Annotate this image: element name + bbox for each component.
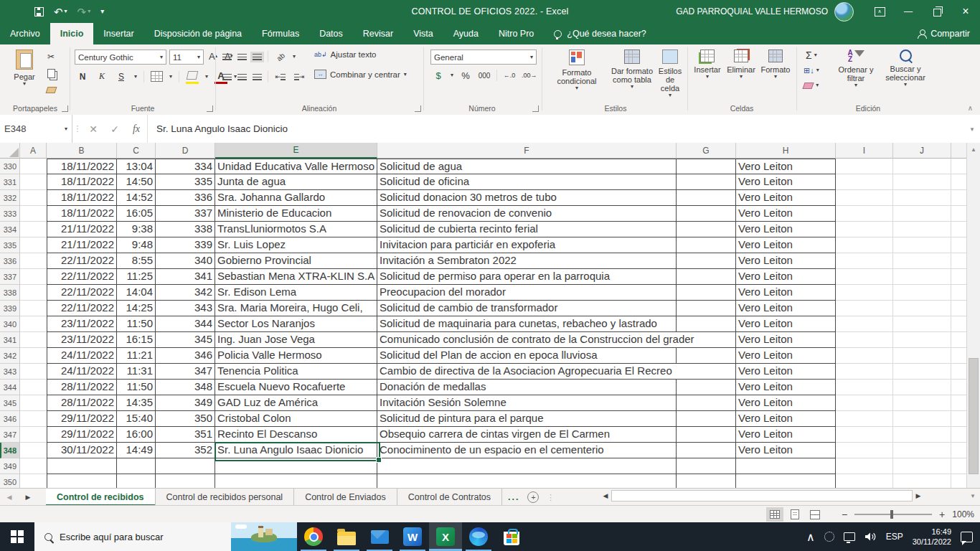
cell-e333[interactable]: Ministerio de Educacion [215, 206, 377, 222]
cell-d350[interactable] [156, 474, 215, 488]
cell-f340[interactable]: Solicitud de maquinaria para cunetas, re… [377, 316, 677, 332]
find-select-button[interactable]: Buscar y seleccionar▾ [880, 47, 931, 102]
row-header-332[interactable]: 332 [0, 190, 20, 206]
font-size-combo[interactable]: 11▾ [169, 50, 204, 65]
cell-h334[interactable]: Vero Leiton [736, 222, 836, 237]
merge-center-button[interactable]: ↔ Combinar y centrar ▾ [314, 70, 407, 79]
number-dialog-launcher-icon[interactable] [532, 105, 539, 112]
insert-cells-button[interactable]: Insertar▾ [692, 47, 723, 102]
cell-i343[interactable] [836, 364, 893, 380]
cell-h337[interactable]: Vero Leiton [736, 269, 836, 285]
cell-i336[interactable] [836, 253, 893, 269]
cell-d337[interactable]: 341 [156, 269, 215, 285]
cell-c331[interactable]: 14:50 [117, 174, 156, 190]
taskbar-edge-icon[interactable] [462, 522, 495, 551]
cell-j345[interactable] [893, 395, 951, 411]
enter-icon[interactable]: ✓ [104, 115, 126, 143]
close-icon[interactable]: × [951, 0, 980, 23]
clipboard-dialog-launcher-icon[interactable] [62, 105, 68, 112]
cell-h331[interactable]: Vero Leiton [736, 174, 836, 190]
cell-b339[interactable]: 22/11/2022 [47, 301, 117, 316]
cell-b345[interactable]: 28/11/2022 [47, 395, 117, 411]
zoom-slider[interactable] [854, 514, 932, 515]
cell-h345[interactable]: Vero Leiton [736, 395, 836, 411]
cell-f338[interactable]: Preocupacion del morador [377, 285, 677, 301]
account-area[interactable]: GAD PARROQUIAL VALLE HERMOSO [676, 0, 854, 23]
align-left-icon[interactable] [222, 74, 232, 80]
cell-e342[interactable]: Policia Valle Hermoso [215, 348, 377, 364]
cell-e346[interactable]: Cristobal Colon [215, 411, 377, 427]
cell-i346[interactable] [836, 411, 893, 427]
cell-i345[interactable] [836, 395, 893, 411]
cell-e344[interactable]: Escuela Nuevo Rocafuerte [215, 380, 377, 395]
language-indicator[interactable]: ESP [886, 532, 903, 542]
start-button[interactable] [0, 522, 34, 551]
cell-c339[interactable]: 14:25 [117, 301, 156, 316]
vertical-scroll-thumb[interactable] [969, 358, 979, 474]
cell-f334[interactable]: Solicitud de cubierta recinto ferial [377, 222, 677, 237]
cell-g348[interactable] [677, 443, 736, 458]
cell-a338[interactable] [20, 285, 47, 301]
sheet-tab-control-de-contratos[interactable]: Control de Contratos [397, 489, 502, 506]
cell-d343[interactable]: 347 [156, 364, 215, 380]
cell-b330[interactable]: 18/11/2022 [47, 159, 117, 174]
cell-h341[interactable]: Vero Leiton [736, 332, 836, 348]
sheet-tab-control-de-recibidos-personal[interactable]: Control de recibidos personal [156, 489, 295, 506]
cell-g342[interactable] [677, 348, 736, 364]
autosum-icon[interactable]: Σ▾ [804, 49, 819, 62]
column-header-a[interactable]: A [20, 143, 47, 159]
cell-e341[interactable]: Ing. Juan Jose Vega [215, 332, 377, 348]
cell-a330[interactable] [20, 159, 47, 174]
cell-a346[interactable] [20, 411, 47, 427]
cell-a345[interactable] [20, 395, 47, 411]
cell-e340[interactable]: Sector Los Naranjos [215, 316, 377, 332]
cell-h348[interactable]: Vero Leiton [736, 443, 836, 458]
row-header-331[interactable]: 331 [0, 174, 20, 190]
zoom-out-icon[interactable]: − [842, 509, 847, 520]
row-header-340[interactable]: 340 [0, 316, 20, 332]
scroll-down-icon[interactable]: ▼ [967, 489, 979, 502]
vertical-scrollbar[interactable]: ▲ [966, 143, 980, 488]
cell-d332[interactable]: 336 [156, 190, 215, 206]
decrease-decimal-icon[interactable]: .00→ [522, 69, 537, 82]
row-header-339[interactable]: 339 [0, 301, 20, 316]
hidden-icons-chevron-icon[interactable]: ∧ [806, 530, 815, 544]
format-as-table-button[interactable]: Dar formato como tabla▾ [608, 47, 656, 102]
number-format-combo[interactable]: General▾ [430, 50, 537, 65]
more-sheets-button[interactable]: ... [502, 489, 525, 506]
cell-d336[interactable]: 340 [156, 253, 215, 269]
cell-b338[interactable]: 22/11/2022 [47, 285, 117, 301]
cell-c344[interactable]: 11:50 [117, 380, 156, 395]
cell-f349[interactable] [377, 458, 677, 474]
cell-b335[interactable]: 21/11/2022 [47, 237, 117, 253]
sheet-tab-control-de-enviados[interactable]: Control de Enviados [294, 489, 397, 506]
sheet-tab-control-de-recibidos[interactable]: Control de recibidos [46, 489, 156, 506]
cell-h333[interactable]: Vero Leiton [736, 206, 836, 222]
comma-style-icon[interactable]: 000 [478, 69, 491, 82]
cell-f341[interactable]: Comunicado conclusión de contrato de la … [377, 332, 736, 348]
cell-d344[interactable]: 348 [156, 380, 215, 395]
cell-i330[interactable] [836, 159, 893, 174]
scroll-left-icon[interactable]: ◀ [600, 492, 611, 499]
cell-a331[interactable] [20, 174, 47, 190]
sheet-nav-right-icon[interactable]: ▶ [19, 489, 37, 506]
cell-a347[interactable] [20, 427, 47, 443]
column-header-h[interactable]: H [736, 143, 836, 159]
cell-a341[interactable] [20, 332, 47, 348]
cell-e332[interactable]: Sra. Johanna Gallardo [215, 190, 377, 206]
tell-me-search[interactable]: ¿Qué desea hacer? [544, 23, 656, 44]
cell-f350[interactable] [377, 474, 677, 488]
cell-j348[interactable] [893, 443, 951, 458]
cell-c346[interactable]: 15:40 [117, 411, 156, 427]
ribbon-tab-nitro-pro[interactable]: Nitro Pro [489, 23, 544, 44]
cell-g339[interactable] [677, 301, 736, 316]
conditional-formatting-button[interactable]: Formato condicional▾ [547, 47, 607, 102]
cell-a342[interactable] [20, 348, 47, 364]
column-header-c[interactable]: C [117, 143, 156, 159]
cell-a349[interactable] [20, 458, 47, 474]
taskbar-mail-icon[interactable] [363, 522, 396, 551]
row-header-338[interactable]: 338 [0, 285, 20, 301]
cell-c330[interactable]: 13:04 [117, 159, 156, 174]
row-header-346[interactable]: 346 [0, 411, 20, 427]
cell-j336[interactable] [893, 253, 951, 269]
